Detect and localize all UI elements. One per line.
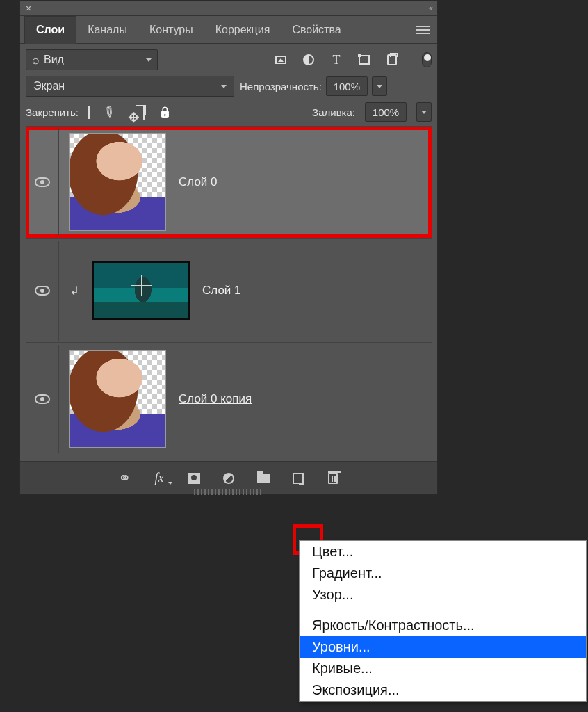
layer-name[interactable]: Слой 0 bbox=[179, 175, 218, 189]
visibility-toggle[interactable] bbox=[26, 128, 59, 236]
menu-item-exposure[interactable]: Экспозиция... bbox=[300, 679, 586, 701]
filter-toggle[interactable] bbox=[422, 52, 432, 67]
blend-mode-value: Экран bbox=[33, 80, 65, 92]
clipping-mask-icon bbox=[69, 285, 80, 296]
lock-transparency-icon[interactable] bbox=[88, 106, 90, 118]
layer-name[interactable]: Слой 0 копия bbox=[179, 392, 252, 406]
lock-pixels-icon[interactable] bbox=[104, 104, 115, 120]
layers-footer: fx bbox=[20, 461, 437, 494]
kind-select-label: Вид bbox=[44, 54, 64, 66]
panel-titlebar: × ‹‹ bbox=[20, 1, 437, 16]
opacity-label: Непрозрачность: bbox=[240, 81, 322, 92]
layer-row[interactable]: Слой 1 bbox=[26, 238, 432, 343]
lock-all-icon[interactable] bbox=[158, 106, 172, 118]
layer-fx-icon[interactable]: fx bbox=[152, 471, 167, 486]
tab-channels[interactable]: Каналы bbox=[76, 16, 138, 44]
filter-text-icon[interactable] bbox=[330, 53, 343, 67]
tab-bar: Слои Каналы Контуры Коррекция Свойства bbox=[20, 16, 437, 44]
visibility-toggle[interactable] bbox=[26, 345, 59, 453]
menu-separator bbox=[300, 610, 586, 610]
layer-thumbnail[interactable] bbox=[69, 134, 166, 231]
close-icon[interactable]: × bbox=[26, 3, 31, 14]
filter-shape-icon[interactable] bbox=[358, 55, 370, 65]
fill-stepper[interactable] bbox=[416, 102, 432, 122]
layer-name[interactable]: Слой 1 bbox=[202, 284, 241, 298]
search-icon bbox=[32, 53, 40, 67]
menu-item-brightness[interactable]: Яркость/Контрастность... bbox=[300, 615, 586, 636]
layer-kind-select[interactable]: Вид bbox=[26, 49, 158, 70]
tab-properties[interactable]: Свойства bbox=[281, 16, 352, 44]
menu-item-pattern[interactable]: Узор... bbox=[300, 584, 586, 606]
eye-icon bbox=[35, 177, 50, 187]
link-layers-icon[interactable] bbox=[117, 471, 132, 486]
resize-grip[interactable] bbox=[194, 490, 263, 495]
lock-artboard-icon[interactable] bbox=[143, 106, 145, 118]
fill-label: Заливка: bbox=[312, 106, 355, 118]
adjustment-layer-menu: Цвет... Градиент... Узор... Яркость/Конт… bbox=[299, 540, 587, 702]
menu-item-curves[interactable]: Кривые... bbox=[300, 658, 586, 679]
collapse-panel-icon[interactable]: ‹‹ bbox=[429, 3, 432, 13]
delete-layer-icon[interactable] bbox=[325, 471, 341, 486]
tab-paths[interactable]: Контуры bbox=[138, 16, 204, 44]
opacity-stepper[interactable] bbox=[372, 76, 387, 96]
menu-item-gradient[interactable]: Градиент... bbox=[300, 563, 586, 584]
layer-filter-bar bbox=[275, 52, 432, 67]
filter-adjust-icon[interactable] bbox=[302, 54, 315, 65]
layer-list: Слой 0 Слой 1 Слой 0 копия bbox=[26, 126, 432, 455]
menu-item-levels[interactable]: Уровни... bbox=[300, 636, 586, 658]
filter-smart-icon[interactable] bbox=[386, 54, 398, 65]
layer-thumbnail[interactable] bbox=[69, 350, 166, 448]
new-layer-icon[interactable] bbox=[291, 471, 306, 486]
layer-row[interactable]: Слой 0 копия bbox=[26, 343, 432, 455]
panel-menu-icon[interactable] bbox=[416, 29, 430, 31]
menu-item-color[interactable]: Цвет... bbox=[300, 541, 586, 563]
opacity-value[interactable]: 100% bbox=[326, 76, 368, 96]
eye-icon bbox=[35, 394, 50, 404]
lock-label: Закрепить: bbox=[26, 106, 79, 118]
eye-icon bbox=[35, 286, 50, 296]
tab-adjustments[interactable]: Коррекция bbox=[204, 16, 281, 44]
layer-thumbnail[interactable] bbox=[92, 261, 190, 320]
tab-layers[interactable]: Слои bbox=[24, 16, 76, 44]
layer-row[interactable]: Слой 0 bbox=[26, 126, 432, 238]
filter-pixel-icon[interactable] bbox=[275, 56, 287, 64]
layers-panel: × ‹‹ Слои Каналы Контуры Коррекция Свойс… bbox=[19, 0, 438, 495]
chevron-down-icon bbox=[221, 85, 227, 88]
visibility-toggle[interactable] bbox=[26, 241, 59, 341]
panel-body: Вид Экран Непрозрачность: 100% bbox=[20, 44, 437, 461]
chevron-down-icon bbox=[146, 58, 152, 62]
new-group-icon[interactable] bbox=[256, 471, 271, 486]
fill-value[interactable]: 100% bbox=[365, 102, 407, 122]
add-mask-icon[interactable] bbox=[186, 471, 202, 486]
new-adjustment-layer-icon[interactable] bbox=[221, 471, 236, 486]
blend-mode-select[interactable]: Экран bbox=[26, 76, 234, 97]
